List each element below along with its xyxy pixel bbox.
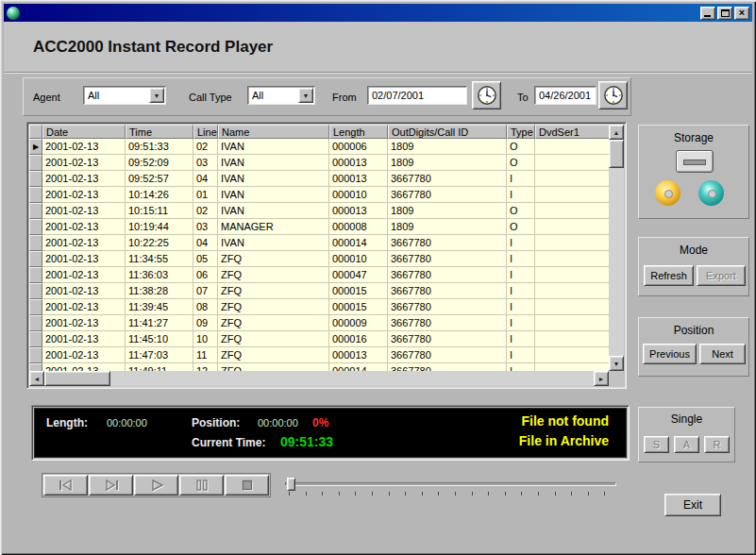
cell[interactable] <box>535 347 609 363</box>
cell[interactable]: IVAN <box>218 139 329 155</box>
cell[interactable]: IVAN <box>218 155 329 171</box>
cell[interactable]: 3667780 <box>388 235 507 251</box>
slider-track[interactable] <box>285 482 616 486</box>
cell[interactable]: 04 <box>193 235 218 251</box>
cell[interactable]: 06 <box>193 267 218 283</box>
cell[interactable]: 3667780 <box>388 267 507 283</box>
cell[interactable]: 000014 <box>329 363 388 371</box>
cell[interactable]: I <box>507 315 535 331</box>
cell[interactable]: 3667780 <box>388 187 507 203</box>
cell[interactable]: O <box>507 139 535 155</box>
agent-select[interactable]: All ▼ <box>83 86 166 105</box>
cell[interactable]: IVAN <box>218 171 329 187</box>
cell[interactable]: ZFQ <box>218 267 329 283</box>
cell[interactable] <box>535 299 609 315</box>
cell[interactable] <box>535 315 609 331</box>
to-date-field[interactable]: 04/26/2001 <box>534 86 596 105</box>
agent-dropdown-button[interactable]: ▼ <box>149 88 164 103</box>
minimize-button[interactable] <box>700 7 715 20</box>
cell[interactable]: 03 <box>193 155 218 171</box>
row-selector[interactable] <box>29 331 42 347</box>
cell[interactable]: ZFQ <box>218 363 329 371</box>
row-selector[interactable] <box>29 315 42 331</box>
cell[interactable]: 2001-02-13 <box>42 155 126 171</box>
cell[interactable]: 000006 <box>329 139 388 155</box>
cell[interactable]: 000013 <box>329 203 388 219</box>
cell[interactable]: I <box>507 235 535 251</box>
export-button[interactable]: Export <box>697 265 746 286</box>
row-selector[interactable] <box>29 283 42 299</box>
cell[interactable] <box>535 267 609 283</box>
cell[interactable]: 11:47:03 <box>126 347 193 363</box>
cell[interactable]: 000013 <box>329 155 388 171</box>
cell[interactable]: 10:14:26 <box>126 187 193 203</box>
cell[interactable]: 000015 <box>329 299 388 315</box>
cell[interactable]: 04 <box>193 171 218 187</box>
column-header-time[interactable]: Time <box>126 125 193 139</box>
row-selector[interactable] <box>29 235 42 251</box>
cell[interactable]: IVAN <box>218 187 329 203</box>
vertical-scrollbar-thumb[interactable] <box>609 140 624 168</box>
cell[interactable]: 2001-02-13 <box>42 235 126 251</box>
cell[interactable]: 2001-02-13 <box>42 363 126 371</box>
cell[interactable]: I <box>507 299 535 315</box>
column-header-outdigits[interactable]: OutDigits/Call ID <box>388 125 507 139</box>
cell[interactable]: 3667780 <box>388 315 507 331</box>
cell[interactable]: 2001-02-13 <box>42 187 126 203</box>
cell[interactable]: 01 <box>193 187 218 203</box>
cell[interactable]: O <box>507 203 535 219</box>
cell[interactable]: 09:52:57 <box>126 171 193 187</box>
row-selector[interactable] <box>29 219 42 235</box>
cell[interactable]: IVAN <box>218 235 329 251</box>
cell[interactable]: 10:19:44 <box>126 219 193 235</box>
cell[interactable]: ZFQ <box>218 331 329 347</box>
cell[interactable]: 2001-02-13 <box>42 139 126 155</box>
table-row[interactable]: 2001-02-1311:49:1112ZFQ0000143667780I <box>29 363 609 371</box>
cell[interactable]: 09 <box>193 315 218 331</box>
cell[interactable]: 000009 <box>329 315 388 331</box>
cell[interactable]: 1809 <box>388 155 507 171</box>
cell[interactable]: 000016 <box>329 331 388 347</box>
row-selector[interactable] <box>29 299 42 315</box>
scroll-right-button[interactable]: ► <box>594 371 609 386</box>
cell[interactable]: 11 <box>193 347 218 363</box>
cell[interactable]: 2001-02-13 <box>42 347 126 363</box>
row-selector[interactable] <box>29 155 42 171</box>
skip-start-button[interactable] <box>43 475 88 496</box>
cell[interactable]: 2001-02-13 <box>42 315 126 331</box>
cell[interactable]: 000013 <box>329 171 388 187</box>
cell[interactable]: 11:36:03 <box>126 267 193 283</box>
title-bar[interactable]: × <box>4 4 752 22</box>
cell[interactable] <box>535 331 609 347</box>
from-calendar-button[interactable] <box>472 81 501 109</box>
maximize-button[interactable] <box>717 7 732 20</box>
cell[interactable]: 3667780 <box>388 347 507 363</box>
cell[interactable]: 2001-02-13 <box>42 251 126 267</box>
row-selector[interactable] <box>29 171 42 187</box>
cell[interactable]: I <box>507 283 535 299</box>
cell[interactable]: 3667780 <box>388 283 507 299</box>
table-row[interactable]: 2001-02-1310:15:1102IVAN0000131809O <box>29 203 609 219</box>
close-button[interactable]: × <box>734 7 749 20</box>
cell[interactable] <box>535 251 609 267</box>
cell[interactable]: 2001-02-13 <box>42 299 126 315</box>
cell[interactable]: 2001-02-13 <box>42 331 126 347</box>
cell[interactable]: I <box>507 251 535 267</box>
cell[interactable]: 11:38:28 <box>126 283 193 299</box>
cd-disc-icon[interactable] <box>655 180 680 206</box>
cell[interactable]: I <box>507 171 535 187</box>
cell[interactable]: 2001-02-13 <box>42 171 126 187</box>
column-header-type[interactable]: Type <box>507 125 535 139</box>
single-a-button[interactable]: A <box>674 436 699 453</box>
previous-button[interactable]: Previous <box>643 344 697 364</box>
stop-button[interactable] <box>225 475 269 496</box>
cell[interactable]: 000047 <box>329 267 388 283</box>
table-row[interactable]: 2001-02-1311:41:2709ZFQ0000093667780I <box>29 315 609 331</box>
cell[interactable]: 1809 <box>388 203 507 219</box>
cell[interactable]: 000010 <box>329 187 388 203</box>
table-row[interactable]: 2001-02-1311:34:5505ZFQ0000103667780I <box>29 251 609 267</box>
cd-disc-icon[interactable] <box>698 180 724 206</box>
cell[interactable]: 000010 <box>329 251 388 267</box>
cell[interactable]: 1809 <box>388 219 507 235</box>
cell[interactable]: 12 <box>193 363 218 371</box>
